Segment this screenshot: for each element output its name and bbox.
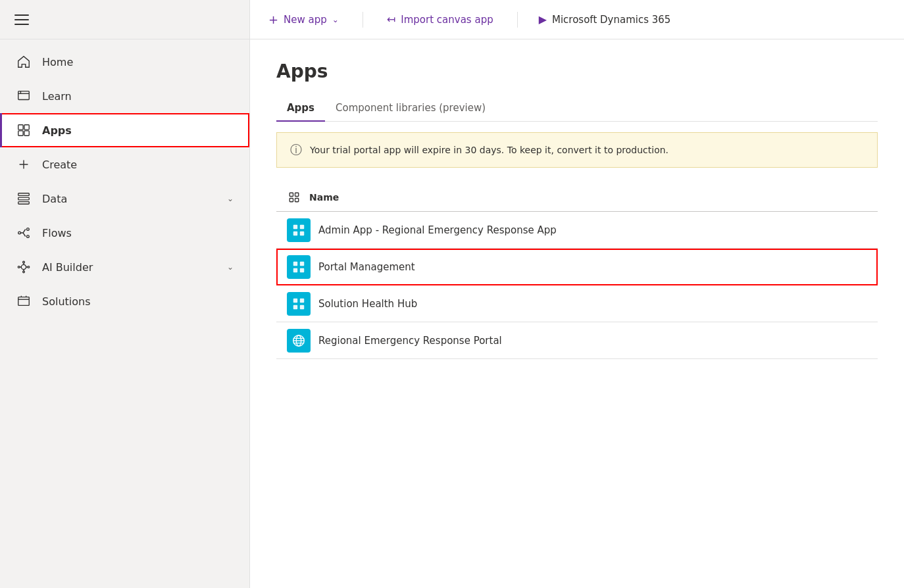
- content-area: Apps Apps Component libraries (preview) …: [250, 39, 904, 588]
- trial-banner: ⓘ Your trial portal app will expire in 3…: [276, 132, 878, 168]
- table-header-name: Name: [309, 192, 339, 203]
- tab-apps-label: Apps: [287, 102, 314, 114]
- chevron-down-icon-new: ⌄: [332, 15, 339, 24]
- svg-point-14: [18, 266, 20, 268]
- svg-rect-32: [300, 305, 304, 308]
- banner-text: Your trial portal app will expire in 30 …: [310, 145, 668, 155]
- sidebar-item-create[interactable]: Create: [0, 147, 249, 182]
- svg-point-9: [27, 228, 30, 231]
- sidebar-item-home[interactable]: Home: [0, 45, 249, 79]
- app-name-admin: Admin App - Regional Emergency Response …: [318, 224, 557, 236]
- app-icon-solution-health: [287, 292, 311, 316]
- ai-icon: [16, 259, 32, 275]
- svg-rect-21: [293, 224, 297, 228]
- app-name-portal-mgmt: Portal Management: [318, 261, 415, 273]
- table-row[interactable]: Solution Health Hub: [276, 285, 878, 322]
- sidebar-item-home-label: Home: [42, 56, 73, 68]
- sidebar-item-apps-label: Apps: [42, 124, 72, 137]
- svg-rect-16: [18, 297, 30, 306]
- svg-rect-28: [300, 268, 304, 272]
- data-icon: [16, 191, 32, 207]
- svg-rect-3: [18, 131, 23, 135]
- sidebar-item-flows-label: Flows: [42, 227, 72, 239]
- app-icon-regional-portal: [287, 329, 311, 353]
- app-icon-portal-mgmt: [287, 255, 311, 279]
- sidebar-item-learn-label: Learn: [42, 90, 72, 103]
- toolbar-divider-2: [517, 12, 518, 28]
- app-name-regional-portal: Regional Emergency Response Portal: [318, 335, 502, 347]
- svg-rect-30: [300, 298, 304, 302]
- tab-apps[interactable]: Apps: [276, 95, 325, 122]
- table-header: Name: [276, 184, 878, 212]
- sidebar-item-ai-builder[interactable]: AI Builder ⌄: [0, 250, 249, 284]
- svg-rect-19: [289, 199, 293, 202]
- toolbar: + New app ⌄ ↤ Import canvas app ▶ Micros…: [250, 0, 904, 39]
- sidebar: Home Learn Apps: [0, 0, 250, 588]
- svg-rect-24: [300, 231, 304, 235]
- svg-rect-23: [293, 231, 297, 235]
- sidebar-item-apps[interactable]: Apps: [0, 113, 249, 147]
- toolbar-divider-1: [363, 12, 363, 28]
- svg-rect-18: [295, 193, 299, 196]
- svg-rect-7: [18, 202, 30, 205]
- sidebar-item-ai-builder-label: AI Builder: [42, 261, 93, 274]
- sidebar-item-learn[interactable]: Learn: [0, 79, 249, 113]
- import-icon: ↤: [387, 13, 395, 26]
- new-app-label: New app: [284, 14, 327, 26]
- dynamics-icon: ▶: [539, 13, 547, 26]
- table-row[interactable]: Portal Management: [276, 249, 878, 285]
- flows-icon: [16, 225, 32, 241]
- create-icon: [16, 157, 32, 172]
- svg-point-12: [23, 261, 25, 263]
- svg-rect-0: [18, 91, 30, 100]
- svg-point-15: [28, 266, 30, 268]
- sidebar-item-flows[interactable]: Flows: [0, 216, 249, 250]
- dynamics-label: Microsoft Dynamics 365: [552, 14, 670, 26]
- svg-rect-27: [293, 268, 297, 272]
- app-name-solution-health: Solution Health Hub: [318, 298, 417, 310]
- svg-rect-29: [293, 298, 297, 302]
- sidebar-item-solutions[interactable]: Solutions: [0, 284, 249, 318]
- sidebar-item-data-label: Data: [42, 193, 67, 205]
- sidebar-item-solutions-label: Solutions: [42, 295, 91, 308]
- chevron-down-icon-ai: ⌄: [227, 262, 234, 272]
- svg-point-10: [27, 235, 30, 238]
- svg-rect-6: [18, 197, 30, 200]
- svg-rect-1: [18, 125, 23, 130]
- page-title: Apps: [276, 61, 878, 82]
- sidebar-item-create-label: Create: [42, 159, 77, 171]
- apps-icon: [16, 122, 32, 138]
- table-row[interactable]: Admin App - Regional Emergency Response …: [276, 212, 878, 249]
- svg-rect-22: [300, 224, 304, 228]
- svg-rect-20: [295, 199, 299, 202]
- import-canvas-label: Import canvas app: [401, 14, 493, 26]
- dynamics-button[interactable]: ▶ Microsoft Dynamics 365: [539, 13, 671, 26]
- svg-rect-25: [293, 261, 297, 265]
- svg-point-11: [21, 264, 26, 269]
- app-icon-admin: [287, 218, 311, 242]
- hamburger-menu[interactable]: [12, 12, 32, 28]
- home-icon: [16, 54, 32, 70]
- svg-rect-26: [300, 261, 304, 265]
- svg-rect-17: [289, 193, 293, 196]
- svg-rect-4: [24, 131, 29, 135]
- sidebar-item-data[interactable]: Data ⌄: [0, 182, 249, 216]
- chevron-down-icon: ⌄: [227, 194, 234, 203]
- info-icon: ⓘ: [290, 142, 302, 158]
- import-canvas-button[interactable]: ↤ Import canvas app: [384, 9, 496, 30]
- tabs-bar: Apps Component libraries (preview): [276, 95, 878, 122]
- svg-point-8: [18, 232, 21, 234]
- solutions-icon: [16, 293, 32, 309]
- table-row[interactable]: Regional Emergency Response Portal: [276, 322, 878, 359]
- svg-rect-2: [24, 125, 29, 130]
- svg-rect-5: [18, 193, 30, 196]
- learn-icon: [16, 88, 32, 104]
- tab-component-libraries[interactable]: Component libraries (preview): [325, 95, 496, 122]
- new-app-button[interactable]: + New app ⌄: [266, 9, 341, 30]
- svg-point-13: [23, 271, 25, 273]
- header-apps-icon: [287, 190, 301, 205]
- plus-icon: +: [268, 12, 278, 26]
- sidebar-header: [0, 0, 249, 39]
- svg-rect-31: [293, 305, 297, 308]
- main-area: + New app ⌄ ↤ Import canvas app ▶ Micros…: [250, 0, 904, 588]
